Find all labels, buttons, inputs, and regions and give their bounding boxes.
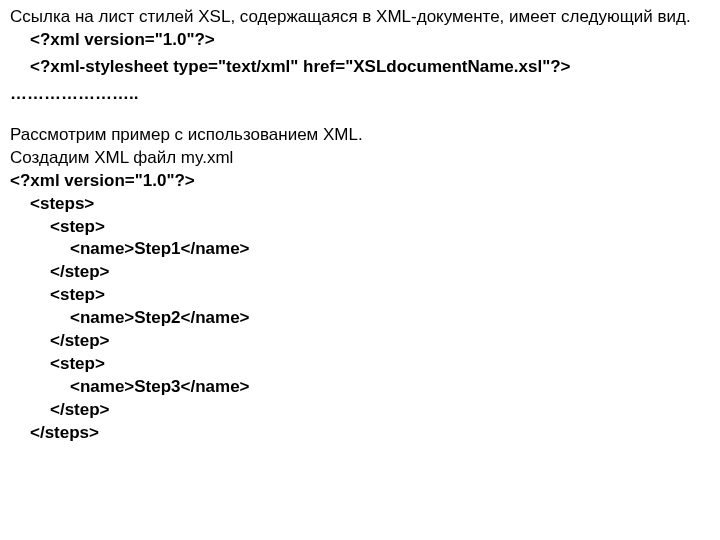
step1-open-tag: <step> bbox=[10, 216, 710, 239]
document-body: Ссылка на лист стилей XSL, содержащаяся … bbox=[0, 0, 720, 455]
step1-name: <name>Step1</name> bbox=[10, 238, 710, 261]
example-intro-line1: Рассмотрим пример с использованием XML. bbox=[10, 124, 710, 147]
step2-open-tag: <step> bbox=[10, 284, 710, 307]
step3-name: <name>Step3</name> bbox=[10, 376, 710, 399]
ellipsis-line: ………………….. bbox=[10, 83, 710, 106]
step2-name: <name>Step2</name> bbox=[10, 307, 710, 330]
intro-paragraph: Ссылка на лист стилей XSL, содержащаяся … bbox=[10, 6, 710, 29]
step2-close-tag: </step> bbox=[10, 330, 710, 353]
steps-open-tag: <steps> bbox=[10, 193, 710, 216]
example-intro-line2: Создадим XML файл my.xml bbox=[10, 147, 710, 170]
myxml-declaration: <?xml version="1.0"?> bbox=[10, 170, 710, 193]
xml-declaration-example: <?xml version="1.0"?> bbox=[10, 29, 710, 52]
step3-open-tag: <step> bbox=[10, 353, 710, 376]
xml-stylesheet-link: <?xml-stylesheet type="text/xml" href="X… bbox=[10, 56, 710, 79]
steps-close-tag: </steps> bbox=[10, 422, 710, 445]
step1-close-tag: </step> bbox=[10, 261, 710, 284]
step3-close-tag: </step> bbox=[10, 399, 710, 422]
